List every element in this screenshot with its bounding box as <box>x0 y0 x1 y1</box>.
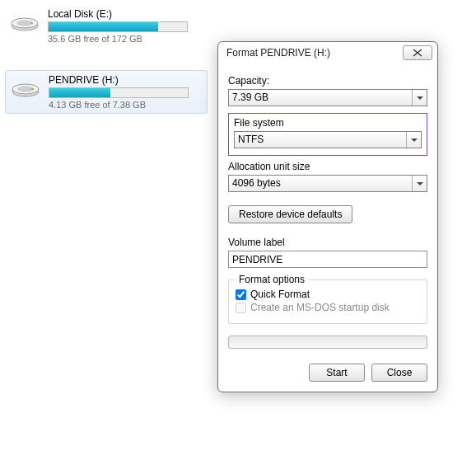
capacity-label: Capacity: <box>228 75 427 87</box>
drive-info: Local Disk (E:) 35.6 GB free of 172 GB <box>48 8 203 44</box>
drive-name: Local Disk (E:) <box>48 8 203 20</box>
close-button[interactable] <box>403 45 432 60</box>
usage-bar-fill <box>49 88 110 97</box>
format-options-legend: Format options <box>236 274 308 285</box>
dialog-footer: Start Close <box>228 364 427 382</box>
drive-free-text: 4.13 GB free of 7.38 GB <box>49 100 202 110</box>
titlebar: Format PENDRIVE (H:) <box>218 42 437 62</box>
close-icon <box>413 49 422 57</box>
aus-select[interactable]: 4096 bytes <box>228 175 427 192</box>
drive-info: PENDRIVE (H:) 4.13 GB free of 7.38 GB <box>49 74 202 110</box>
restore-defaults-button[interactable]: Restore device defaults <box>228 205 352 223</box>
usage-bar <box>48 21 188 32</box>
quick-format-checkbox[interactable] <box>236 289 246 300</box>
msdos-option: Create an MS-DOS startup disk <box>236 302 420 313</box>
fs-label: File system <box>234 117 422 129</box>
file-system-section: File system NTFS <box>228 113 427 156</box>
chevron-down-icon <box>406 132 421 148</box>
progress-bar <box>228 336 427 349</box>
drive-name: PENDRIVE (H:) <box>49 74 202 86</box>
fs-select[interactable]: NTFS <box>234 131 422 148</box>
format-options-group: Format options Quick Format Create an MS… <box>228 279 427 324</box>
svg-rect-3 <box>30 22 33 24</box>
drive-free-text: 35.6 GB free of 172 GB <box>48 34 203 44</box>
usage-bar <box>49 87 189 98</box>
usage-bar-fill <box>49 22 158 31</box>
capacity-value: 7.39 GB <box>232 92 268 103</box>
chevron-down-icon <box>412 176 427 191</box>
fs-value: NTFS <box>238 134 264 145</box>
quick-format-label: Quick Format <box>250 289 310 300</box>
dialog-title: Format PENDRIVE (H:) <box>226 47 403 59</box>
aus-value: 4096 bytes <box>232 177 281 189</box>
msdos-checkbox <box>236 303 246 313</box>
volume-label-input[interactable] <box>228 251 427 268</box>
hard-drive-icon <box>11 74 40 99</box>
dialog-body: Capacity: 7.39 GB File system NTFS Alloc… <box>218 62 437 392</box>
svg-rect-7 <box>31 88 34 90</box>
start-button[interactable]: Start <box>309 364 365 382</box>
drive-item[interactable]: PENDRIVE (H:) 4.13 GB free of 7.38 GB <box>5 70 208 114</box>
msdos-label: Create an MS-DOS startup disk <box>250 302 390 313</box>
close-dialog-button[interactable]: Close <box>371 364 427 382</box>
quick-format-option[interactable]: Quick Format <box>236 289 420 300</box>
capacity-select[interactable]: 7.39 GB <box>228 89 427 106</box>
volume-label-label: Volume label <box>228 237 427 248</box>
format-dialog: Format PENDRIVE (H:) Capacity: 7.39 GB F… <box>217 41 438 392</box>
drive-item[interactable]: Local Disk (E:) 35.6 GB free of 172 GB <box>5 5 208 47</box>
chevron-down-icon <box>412 90 427 106</box>
aus-label: Allocation unit size <box>228 161 427 172</box>
hard-drive-icon <box>10 8 40 33</box>
